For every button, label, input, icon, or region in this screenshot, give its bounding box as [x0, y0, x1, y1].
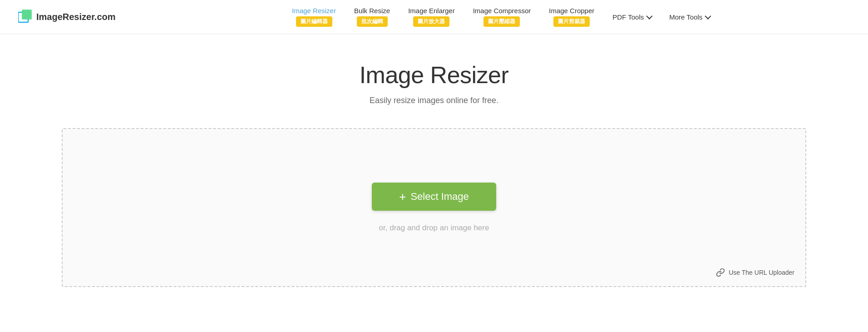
svg-rect-2: [23, 10, 31, 19]
dropzone[interactable]: + Select Image or, drag and drop an imag…: [62, 128, 806, 287]
nav-item-image-resizer[interactable]: Image Resizer 圖片編輯器: [283, 3, 345, 30]
nav-item-bulk-resize[interactable]: Bulk Resize 批次編輯: [345, 3, 399, 30]
page-title: Image Resizer: [360, 61, 509, 89]
pdf-tools-chevron-icon: [646, 13, 653, 20]
nav-label-image-enlarger: Image Enlarger: [408, 7, 455, 15]
select-image-button[interactable]: + Select Image: [372, 183, 496, 211]
nav-item-pdf-tools[interactable]: PDF Tools: [603, 10, 660, 25]
logo-area[interactable]: ImageResizer.com: [18, 10, 116, 24]
nav-label-bulk-resize: Bulk Resize: [354, 7, 390, 15]
nav-item-more-tools[interactable]: More Tools: [660, 10, 719, 25]
link-icon: [716, 268, 725, 277]
nav-item-image-compressor[interactable]: Image Compressor 圖片壓縮器: [464, 3, 540, 30]
pdf-tools-label: PDF Tools: [612, 13, 644, 21]
main-content: Image Resizer Easily resize images onlin…: [0, 34, 868, 305]
url-uploader[interactable]: Use The URL Uploader: [716, 268, 794, 277]
more-tools-label: More Tools: [669, 13, 702, 21]
url-uploader-label: Use The URL Uploader: [729, 269, 794, 276]
page-subtitle: Easily resize images online for free.: [370, 96, 498, 105]
drop-hint: or, drag and drop an image here: [379, 223, 489, 233]
nav-item-image-enlarger[interactable]: Image Enlarger 圖片放大器: [399, 3, 464, 30]
nav-label-image-cropper: Image Cropper: [549, 7, 594, 15]
select-image-label: Select Image: [410, 191, 469, 203]
nav-label-image-compressor: Image Compressor: [473, 7, 531, 15]
logo-icon: [18, 10, 33, 24]
nav-label-image-resizer: Image Resizer: [292, 7, 336, 15]
nav-badge-image-cropper: 圖片剪裁器: [553, 16, 590, 27]
nav-badge-image-enlarger: 圖片放大器: [413, 16, 449, 27]
header: ImageResizer.com Image Resizer 圖片編輯器 Bul…: [0, 0, 868, 34]
logo-text: ImageResizer.com: [36, 12, 116, 22]
nav-badge-image-compressor: 圖片壓縮器: [483, 16, 520, 27]
nav-item-image-cropper[interactable]: Image Cropper 圖片剪裁器: [540, 3, 603, 30]
plus-icon: +: [399, 191, 406, 203]
nav: Image Resizer 圖片編輯器 Bulk Resize 批次編輯 Ima…: [152, 3, 850, 30]
nav-badge-image-resizer: 圖片編輯器: [296, 16, 332, 27]
nav-badge-bulk-resize: 批次編輯: [357, 16, 388, 27]
more-tools-chevron-icon: [705, 13, 711, 20]
